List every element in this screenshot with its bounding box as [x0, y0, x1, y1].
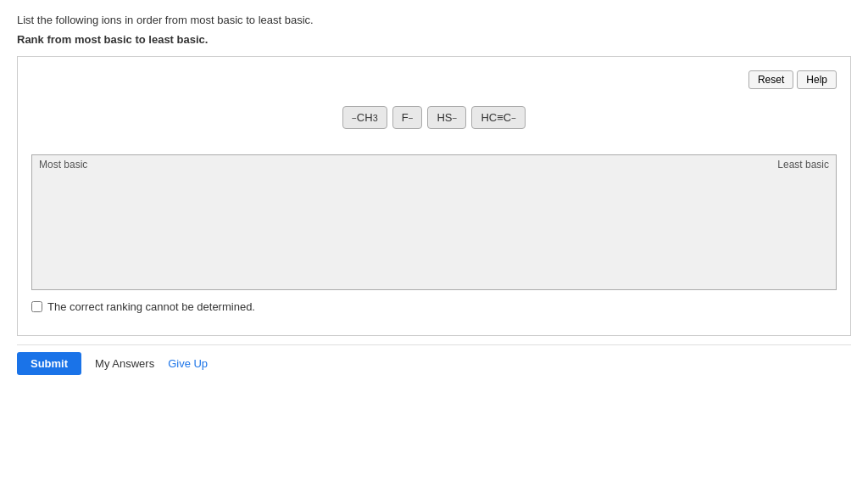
most-basic-label: Most basic: [39, 159, 87, 171]
footer-bar: Submit My Answers Give Up: [17, 344, 851, 382]
submit-button[interactable]: Submit: [17, 352, 81, 375]
ion-label-hcc: HC≡C−: [481, 111, 516, 124]
ion-chip-f[interactable]: F−: [392, 106, 423, 129]
reset-button[interactable]: Reset: [748, 70, 793, 89]
ion-chip-hcc[interactable]: HC≡C−: [471, 106, 526, 129]
instruction-text: List the following ions in order from mo…: [17, 14, 851, 26]
ions-row: −CH3 F− HS− HC≡C−: [31, 106, 837, 129]
ion-chip-ch3[interactable]: −CH3: [342, 106, 387, 129]
ion-label-hs: HS−: [437, 111, 457, 124]
ion-chip-hs[interactable]: HS−: [427, 106, 466, 129]
checkbox-row: The correct ranking cannot be determined…: [31, 300, 837, 313]
top-bar: Reset Help: [31, 70, 837, 89]
my-answers-link[interactable]: My Answers: [95, 357, 154, 370]
ranking-area: Most basic Least basic: [31, 154, 837, 290]
ranking-drop-zone[interactable]: [32, 174, 836, 284]
cannot-determine-label[interactable]: The correct ranking cannot be determined…: [47, 300, 255, 313]
page-container: List the following ions in order from mo…: [0, 0, 868, 395]
ranking-area-labels: Most basic Least basic: [32, 155, 836, 174]
give-up-link[interactable]: Give Up: [168, 357, 208, 370]
ion-label-ch3: −CH3: [352, 111, 378, 124]
help-button[interactable]: Help: [797, 70, 837, 89]
rank-label: Rank from most basic to least basic.: [17, 33, 851, 46]
ion-label-f: F−: [402, 111, 414, 124]
cannot-determine-checkbox[interactable]: [31, 301, 42, 312]
least-basic-label: Least basic: [777, 159, 829, 171]
question-box: Reset Help −CH3 F− HS−: [17, 56, 851, 336]
